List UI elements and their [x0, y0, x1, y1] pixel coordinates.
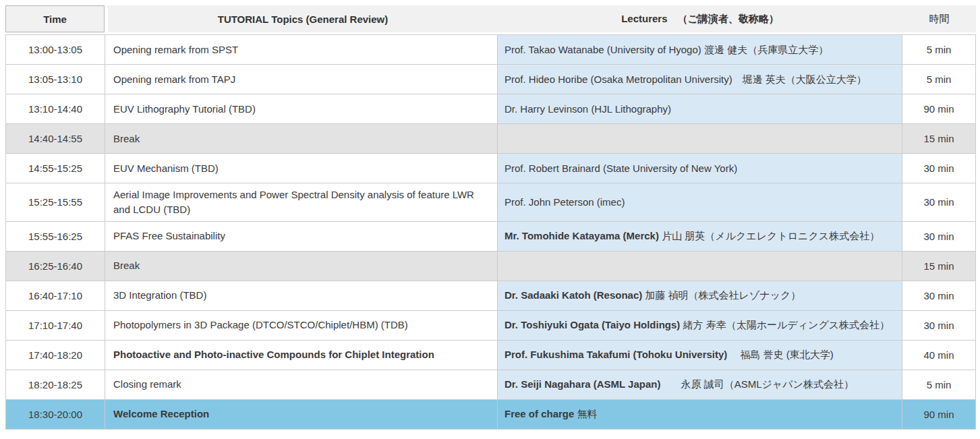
- time-cell: 15:55-16:25: [6, 222, 105, 252]
- lecturer-cell: Dr. Sadaaki Katoh (Resonac) 加藤 禎明（株式会社レゾ…: [498, 281, 902, 311]
- lecturer-cell: Prof. Takao Watanabe (University of Hyog…: [498, 35, 902, 65]
- time-cell: 17:10-17:40: [6, 311, 105, 341]
- time-cell: 14:40-14:55: [6, 124, 105, 154]
- time-cell: 17:40-18:20: [6, 341, 105, 370]
- lecturer-name-en: Mr. Tomohide Katayama (Merck): [505, 229, 662, 243]
- lecturer-name-jp: 無料: [577, 407, 598, 421]
- duration-cell: 5 min: [902, 35, 976, 65]
- lecturer-cell: [498, 252, 902, 281]
- lecturer-cell: Free of charge 無料: [498, 400, 902, 430]
- topic-cell: Closing remark: [105, 370, 498, 400]
- duration-cell: 40 min: [902, 341, 976, 370]
- lecturer-cell: Mr. Tomohide Katayama (Merck) 片山 朋英（メルクエ…: [498, 222, 902, 252]
- duration-cell: 15 min: [902, 124, 976, 154]
- lecturer-name-en: Dr. Toshiyuki Ogata (Taiyo Holdings): [505, 318, 683, 332]
- topic-cell: Aerial Image Improvements and Power Spec…: [105, 183, 498, 222]
- table-row: 15:25-15:55 Aerial Image Improvements an…: [6, 183, 976, 222]
- duration-cell: 15 min: [902, 252, 976, 281]
- lecturer-name-en: Dr. Sadaaki Katoh (Resonac): [505, 288, 645, 303]
- duration-cell: 30 min: [902, 183, 976, 222]
- time-cell: 18:20-18:25: [6, 370, 105, 400]
- header-topics: TUTORIAL Topics (General Review): [108, 5, 498, 32]
- table-row: 17:40-18:20 Photoactive and Photo-inacti…: [6, 341, 976, 370]
- table-row: 13:10-14:40 EUV Lithography Tutorial (TB…: [6, 94, 976, 124]
- lecturer-name-jp: 加藤 禎明（株式会社レゾナック）: [645, 288, 801, 303]
- table-row: 14:40-14:55 Break 15 min: [6, 124, 976, 154]
- lecturer-name-en: Prof. Hideo Horibe (Osaka Metropolitan U…: [505, 72, 732, 87]
- time-cell: 15:25-15:55: [6, 183, 105, 222]
- tutorial-schedule-table: Time TUTORIAL Topics (General Review) Le…: [0, 0, 980, 430]
- table-row: 17:10-17:40 Photopolymers in 3D Package …: [6, 311, 976, 341]
- topic-cell: PFAS Free Sustainability: [105, 222, 498, 252]
- table-body: 13:00-13:05 Opening remark from SPST Pro…: [5, 34, 976, 430]
- lecturer-name-en: Prof. Robert Brainard (State University …: [505, 161, 737, 176]
- time-cell: 13:00-13:05: [6, 35, 105, 65]
- lecturer-name-jp: 堀邊 英夫（大阪公立大学）: [732, 72, 867, 87]
- table-row: 18:20-18:25 Closing remark Dr. Seiji Nag…: [6, 370, 976, 400]
- header-lecturers: Lecturers （ご講演者、敬称略）: [498, 5, 902, 32]
- table-row: 18:30-20:00 Welcome Reception Free of ch…: [6, 400, 976, 430]
- lecturer-name-en: Prof. John Peterson (imec): [505, 195, 625, 210]
- lecturer-name-en: Prof. Fukushima Takafumi (Tohoku Univers…: [505, 347, 730, 362]
- time-cell: 13:10-14:40: [6, 94, 105, 124]
- table-row: 15:55-16:25 PFAS Free Sustainability Mr.…: [6, 222, 976, 252]
- duration-cell: 5 min: [902, 65, 976, 94]
- topic-cell: EUV Mechanism (TBD): [105, 154, 498, 183]
- lecturer-cell: Dr. Toshiyuki Ogata (Taiyo Holdings) 緒方 …: [498, 311, 902, 341]
- lecturer-name-jp: 福島 誉史 (東北大学): [730, 347, 834, 362]
- lecturer-cell: Prof. Robert Brainard (State University …: [498, 154, 902, 183]
- lecturer-cell: Dr. Seiji Nagahara (ASML Japan) 永原 誠司（AS…: [498, 370, 902, 400]
- table-row: 13:05-13:10 Opening remark from TAPJ Pro…: [6, 65, 976, 94]
- lecturer-name-jp: 緒方 寿幸（太陽ホールディングス株式会社）: [683, 318, 890, 332]
- header-duration: 時間: [902, 5, 976, 32]
- lecturer-name-en: Prof. Takao Watanabe (University of Hyog…: [505, 42, 704, 57]
- lecturer-cell: Prof. Fukushima Takafumi (Tohoku Univers…: [498, 341, 902, 370]
- table-row: 16:40-17:10 3D Integration (TBD) Dr. Sad…: [6, 281, 976, 311]
- time-cell: 13:05-13:10: [6, 65, 105, 94]
- topic-cell: Opening remark from TAPJ: [105, 65, 498, 94]
- duration-cell: 90 min: [902, 400, 976, 430]
- header-bar: TUTORIAL Topics (General Review) Lecture…: [108, 5, 976, 32]
- header-time: Time: [5, 5, 105, 32]
- duration-cell: 5 min: [902, 370, 976, 400]
- lecturer-name-en: Dr. Seiji Nagahara (ASML Japan): [505, 377, 660, 392]
- topic-cell: Break: [105, 124, 498, 154]
- topic-cell: Photopolymers in 3D Package (DTCO/STCO/C…: [105, 311, 498, 341]
- table-row: 14:55-15:25 EUV Mechanism (TBD) Prof. Ro…: [6, 154, 976, 183]
- duration-cell: 30 min: [902, 281, 976, 311]
- duration-cell: 90 min: [902, 94, 976, 124]
- lecturer-name-en: Free of charge: [505, 407, 577, 421]
- topic-cell: Opening remark from SPST: [105, 35, 498, 65]
- table-header-row: Time TUTORIAL Topics (General Review) Le…: [5, 5, 976, 32]
- lecturer-cell: [498, 124, 902, 154]
- table-row: 13:00-13:05 Opening remark from SPST Pro…: [6, 35, 976, 65]
- lecturer-name-jp: 片山 朋英（メルクエレクトロニクス株式会社）: [662, 229, 880, 243]
- lecturer-cell: Prof. Hideo Horibe (Osaka Metropolitan U…: [498, 65, 902, 94]
- time-cell: 16:25-16:40: [6, 252, 105, 281]
- time-cell: 16:40-17:10: [6, 281, 105, 311]
- lecturer-name-jp: 永原 誠司（ASMLジャパン株式会社）: [660, 377, 853, 392]
- lecturer-name-jp: 渡邊 健夫（兵庫県立大学）: [704, 42, 828, 57]
- topic-cell: Break: [105, 252, 498, 281]
- time-cell: 14:55-15:25: [6, 154, 105, 183]
- topic-cell: Photoactive and Photo-inactive Compounds…: [105, 341, 498, 370]
- table-row: 16:25-16:40 Break 15 min: [6, 252, 976, 281]
- lecturer-cell: Prof. John Peterson (imec): [498, 183, 902, 222]
- topic-cell: 3D Integration (TBD): [105, 281, 498, 311]
- duration-cell: 30 min: [902, 154, 976, 183]
- topic-cell: EUV Lithography Tutorial (TBD): [105, 94, 498, 124]
- topic-cell: Welcome Reception: [105, 400, 498, 430]
- time-cell: 18:30-20:00: [6, 400, 105, 430]
- duration-cell: 30 min: [902, 222, 976, 252]
- lecturer-name-en: Dr. Harry Levinson (HJL Lithography): [505, 102, 671, 117]
- lecturer-cell: Dr. Harry Levinson (HJL Lithography): [498, 94, 902, 124]
- duration-cell: 30 min: [902, 311, 976, 341]
